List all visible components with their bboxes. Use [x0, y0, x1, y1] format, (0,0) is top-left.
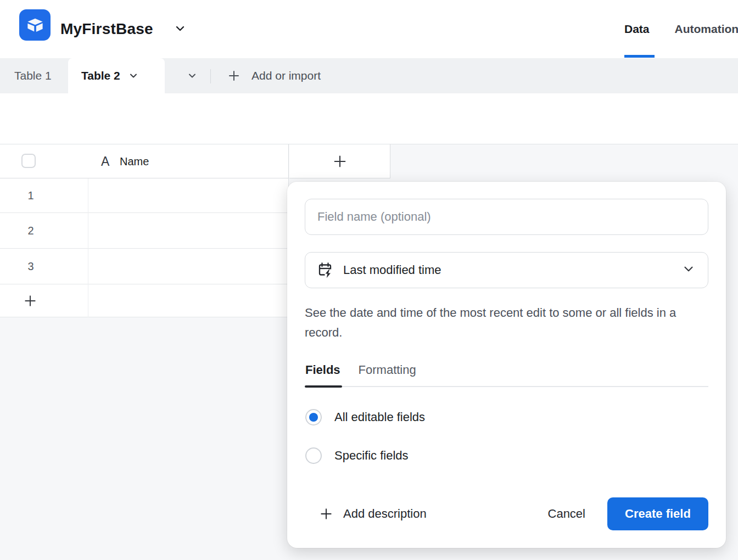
plus-icon [319, 507, 333, 521]
field-type-value: Last modified time [343, 263, 441, 277]
active-nav-underline [624, 55, 655, 58]
nav-tab-automations[interactable]: Automations [675, 23, 738, 36]
add-field-button[interactable] [289, 144, 390, 178]
chevron-down-icon [681, 262, 696, 278]
chevron-down-icon [174, 22, 187, 35]
create-field-dialog: Last modified time See the date and time… [287, 182, 726, 548]
dialog-footer: Add description Cancel Create field [305, 497, 708, 530]
field-type-description: See the date and time of the most recent… [305, 303, 689, 343]
column-header-name[interactable]: A Name [0, 144, 289, 178]
tab-formatting[interactable]: Formatting [359, 363, 416, 377]
nav-tab-data[interactable]: Data [624, 23, 650, 36]
add-description-button[interactable]: Add description [319, 507, 427, 521]
view-toolbar: Grid view [0, 93, 738, 144]
column-header-label: Name [120, 144, 149, 178]
table-row[interactable]: 3 [0, 249, 289, 284]
plus-icon [227, 69, 241, 82]
dialog-tabs: Fields Formatting [305, 363, 416, 377]
row-number: 3 [20, 249, 42, 284]
divider [210, 69, 211, 83]
row-number: 2 [20, 213, 42, 248]
plus-icon [332, 154, 348, 169]
airtable-logo-icon[interactable] [19, 9, 51, 41]
create-field-button[interactable]: Create field [607, 497, 708, 530]
chevron-down-icon [187, 70, 198, 81]
last-modified-time-icon [317, 262, 333, 279]
option-label: Specific fields [334, 449, 409, 463]
table-row[interactable]: 1 [0, 178, 289, 213]
add-row-button[interactable] [0, 284, 289, 317]
tab-table-2[interactable]: Table 2 [68, 58, 165, 93]
base-menu-button[interactable] [174, 22, 187, 37]
table-tab-strip: Table 1 Table 2 Add or import [0, 58, 738, 93]
tab-fields[interactable]: Fields [305, 363, 340, 377]
option-label: All editable fields [334, 410, 425, 424]
base-title: MyFirstBase [60, 0, 153, 58]
cancel-button[interactable]: Cancel [548, 507, 585, 521]
top-bar: MyFirstBase Data Automations [0, 0, 738, 58]
top-navigation: Data Automations [624, 0, 738, 58]
row-gutter-divider [88, 178, 88, 317]
table-list-dropdown-button[interactable] [179, 58, 205, 93]
active-tab-underline [305, 385, 342, 388]
select-all-checkbox[interactable] [21, 154, 36, 168]
add-or-import-label: Add or import [251, 69, 321, 82]
radio-selected-icon [305, 409, 322, 425]
option-specific-fields[interactable]: Specific fields [305, 447, 409, 464]
chevron-down-icon [128, 70, 139, 81]
tab-table-1-label: Table 1 [14, 69, 52, 82]
tabs-divider [305, 386, 708, 387]
single-line-text-icon: A [101, 144, 109, 178]
add-description-label: Add description [343, 507, 427, 521]
radio-unselected-icon [305, 447, 322, 464]
plus-icon [23, 284, 37, 317]
table-row[interactable]: 2 [0, 213, 289, 249]
tab-table-2-label: Table 2 [81, 69, 120, 82]
field-name-input[interactable] [305, 199, 708, 235]
cube-glyph [25, 15, 46, 36]
row-number: 1 [20, 178, 42, 212]
field-type-select[interactable]: Last modified time [305, 252, 708, 288]
tab-table-1[interactable]: Table 1 [0, 58, 66, 93]
add-or-import-button[interactable]: Add or import [220, 58, 328, 93]
option-all-editable-fields[interactable]: All editable fields [305, 409, 425, 425]
